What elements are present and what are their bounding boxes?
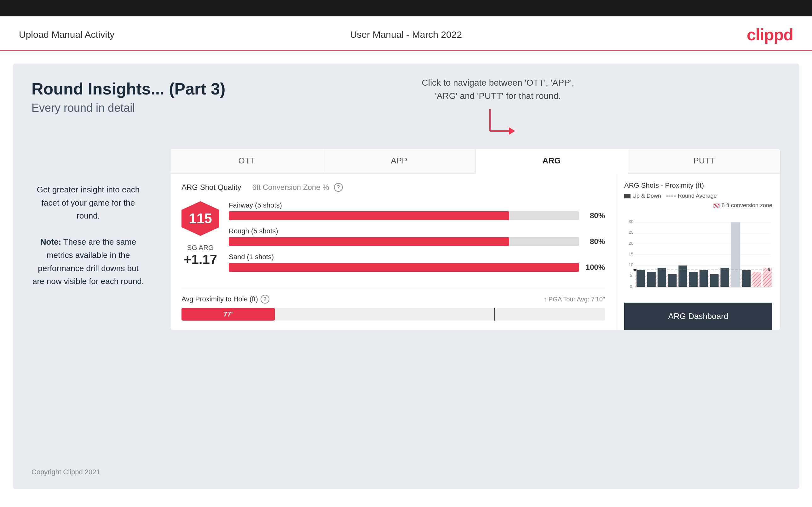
shot-bar-rough: 80%	[229, 237, 605, 246]
right-panel-top: ARG Shots - Proximity (ft) Up & Down Rou…	[624, 181, 772, 210]
help-icon[interactable]: ?	[334, 183, 343, 192]
shot-bar-sand: 100%	[229, 263, 605, 272]
legend-row1: Up & Down Round Average	[624, 193, 717, 199]
tabs: OTT APP ARG PUTT	[170, 149, 780, 173]
chart-bar-3	[658, 268, 666, 287]
legend-round-avg: Round Average	[666, 193, 717, 199]
top-bar	[0, 0, 812, 16]
hexagon-container: 115 SG ARG +1.17	[182, 201, 219, 272]
svg-text:15: 15	[628, 251, 633, 256]
left-description: Get greater insight into each facet of y…	[32, 183, 145, 288]
chart-bar-7	[700, 270, 708, 287]
bar-fill-fairway	[229, 211, 509, 220]
shot-row-rough: Rough (5 shots) 80%	[229, 227, 605, 246]
card-body: ARG Shot Quality 6ft Conversion Zone % ?…	[170, 173, 780, 330]
svg-text:5: 5	[630, 273, 632, 278]
right-panel-header-row: ARG Shots - Proximity (ft) Up & Down Rou…	[624, 181, 772, 201]
chart-bar-2	[647, 272, 655, 287]
proximity-help-icon[interactable]: ?	[261, 295, 269, 303]
arg-dashboard-button[interactable]: ARG Dashboard	[624, 303, 772, 330]
bar-pct-sand: 100%	[583, 263, 605, 272]
nav-arrow-icon	[487, 106, 518, 144]
shot-label-sand: Sand (1 shots)	[229, 253, 605, 261]
bar-track-rough	[229, 237, 579, 246]
chart-bar-hatched2-overlay	[763, 268, 772, 287]
legend-up-down: Up & Down	[624, 193, 661, 199]
arg-chart: 0 5 10 15 20 25 30	[624, 213, 772, 295]
avg-line-label: 8	[768, 267, 770, 272]
chart-bar-hatched-overlay	[753, 272, 761, 287]
bar-track-fairway	[229, 211, 579, 220]
conversion-label: 6ft Conversion Zone %	[252, 183, 329, 192]
legend-label-6ft: 6 ft conversion zone	[721, 202, 772, 209]
left-panel-content: 115 SG ARG +1.17 Fairway (5 shots)	[182, 201, 605, 279]
legend-row2: 6 ft conversion zone	[624, 202, 772, 209]
chart-bar-1	[637, 270, 645, 287]
bar-fill-rough	[229, 237, 509, 246]
upload-manual-activity-label: Upload Manual Activity	[19, 29, 115, 40]
legend-6ft: 6 ft conversion zone	[713, 202, 772, 209]
svg-text:0: 0	[630, 284, 632, 289]
shot-bar-fairway: 80%	[229, 211, 605, 220]
chart-bar-6	[689, 272, 698, 287]
cursor-line	[494, 308, 495, 321]
clippd-logo: clippd	[747, 25, 793, 44]
tab-arg[interactable]: ARG	[475, 149, 628, 173]
pga-avg: ↑ PGA Tour Avg: 7'10"	[544, 296, 605, 303]
proximity-bar-track: 77'	[182, 308, 605, 321]
legend-box-6ft	[713, 204, 720, 208]
chart-bar-9	[721, 268, 729, 287]
bar-pct-fairway: 80%	[583, 211, 605, 220]
bar-pct-rough: 80%	[583, 237, 605, 246]
svg-marker-2	[509, 127, 515, 135]
chart-bar-8	[710, 274, 718, 287]
bar-track-sand	[229, 263, 579, 272]
legend-box-updown	[624, 194, 630, 199]
chart-area: 0 5 10 15 20 25 30	[624, 213, 772, 303]
proximity-bar-fill: 77'	[182, 308, 275, 321]
chart-bar-4	[668, 274, 676, 287]
tab-putt[interactable]: PUTT	[628, 149, 780, 173]
proximity-header: Avg Proximity to Hole (ft) ? ↑ PGA Tour …	[182, 295, 605, 303]
svg-text:20: 20	[628, 241, 633, 246]
tab-ott[interactable]: OTT	[170, 149, 323, 173]
shot-row-sand: Sand (1 shots) 100%	[229, 253, 605, 272]
proximity-section: Avg Proximity to Hole (ft) ? ↑ PGA Tour …	[182, 288, 605, 321]
avg-line-diamond	[633, 269, 637, 271]
footer-copyright: Copyright Clippd 2021	[32, 468, 100, 476]
section-subtitle: Every round in detail	[32, 101, 780, 115]
section-title: Round Insights... (Part 3)	[32, 79, 780, 98]
svg-text:25: 25	[628, 230, 633, 235]
shot-quality-label: ARG Shot Quality	[182, 183, 241, 192]
chart-bar-tall	[731, 222, 740, 287]
tab-app[interactable]: APP	[323, 149, 475, 173]
shot-label-rough: Rough (5 shots)	[229, 227, 605, 235]
legend-dashed-line	[666, 195, 676, 196]
chart-bar-5	[678, 266, 687, 287]
left-panel: ARG Shot Quality 6ft Conversion Zone % ?…	[170, 173, 616, 330]
hexagon-value: 115	[189, 211, 212, 226]
sg-label: SG ARG	[187, 244, 214, 252]
dashboard-card: OTT APP ARG PUTT ARG Shot Quality 6ft Co…	[170, 149, 780, 330]
user-manual-label: User Manual - March 2022	[350, 29, 462, 40]
hexagon-badge: 115	[182, 201, 219, 236]
legend-label-round-avg: Round Average	[678, 193, 717, 199]
nav-annotation-text: Click to navigate between 'OTT', 'APP','…	[421, 76, 574, 103]
shot-label-fairway: Fairway (5 shots)	[229, 201, 605, 210]
shot-row-fairway: Fairway (5 shots) 80%	[229, 201, 605, 220]
main-content: Round Insights... (Part 3) Every round i…	[13, 64, 799, 489]
svg-text:30: 30	[628, 219, 633, 224]
bar-fill-sand	[229, 263, 579, 272]
right-panel: ARG Shots - Proximity (ft) Up & Down Rou…	[616, 173, 780, 330]
header: Upload Manual Activity User Manual - Mar…	[0, 16, 812, 51]
chart-bar-11	[742, 270, 751, 287]
legend-label-updown: Up & Down	[632, 193, 661, 199]
sg-value: +1.17	[184, 252, 217, 267]
nav-annotation: Click to navigate between 'OTT', 'APP','…	[421, 76, 574, 145]
svg-text:10: 10	[628, 262, 633, 267]
proximity-label: Avg Proximity to Hole (ft) ?	[182, 295, 269, 303]
shot-quality-bars: Fairway (5 shots) 80% Rough (5 shots)	[229, 201, 605, 279]
right-panel-title: ARG Shots - Proximity (ft)	[624, 181, 704, 189]
proximity-value: 77'	[223, 310, 233, 318]
panel-header: ARG Shot Quality 6ft Conversion Zone % ?	[182, 183, 605, 192]
